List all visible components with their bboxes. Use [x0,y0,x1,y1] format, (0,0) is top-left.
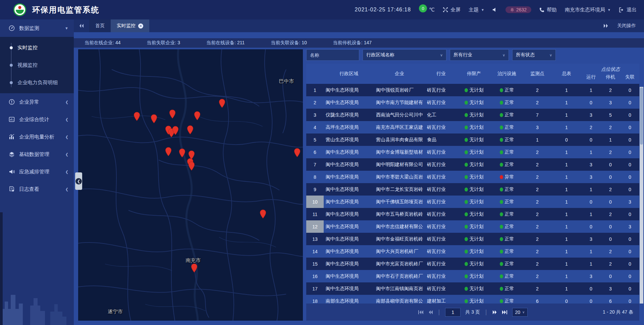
status-select[interactable]: 所有状态∨ [512,49,556,61]
tab-realtime-monitoring[interactable]: 实时监控 ✕ [111,19,149,32]
theme-dropdown[interactable]: 主题▼ [469,7,484,13]
table-row[interactable]: 2阆中生态环境局阆中市南方节能建材有砖瓦行业无计划正常21030 [306,96,639,109]
cell-limit-status: 无计划 [457,211,491,217]
map-marker-pin[interactable] [151,114,157,123]
table-row[interactable]: 12阆中生态环境局阆中市忠信建材有限公砖瓦行业无计划正常21003 [306,220,639,233]
table-row[interactable]: 17阆中生态环境局阆中市江南镇阆南页岩砖瓦行业无计划正常21030 [306,282,639,295]
table-row[interactable]: 5营山生态环境局营山县润丰肉食品有限食品无计划正常10010 [306,133,639,146]
page-size-select[interactable]: 20∨ [512,308,528,317]
table-row[interactable]: 18南部生态环境局南部县砌华页岩有限公建材加工无计划正常60060 [306,295,639,304]
map-collapse-button[interactable]: ❮ [75,172,82,190]
table-row[interactable]: 10阆中生态环境局阆中千佛镇五郎垭页岩砖瓦行业无计划正常21003 [306,196,639,208]
map-marker-pin[interactable] [133,112,140,121]
sidebar-item-enterprise-statistics[interactable]: 企业综合统计 ❮ [0,111,74,128]
cell-facility-status: 正常 [491,100,523,106]
page-number-input[interactable] [445,308,461,317]
cell-index: 13 [306,233,324,245]
cell-industry: 砖瓦行业 [425,249,457,255]
double-chevron-right-icon[interactable] [603,23,608,28]
table-row[interactable]: 14阆中生态环境局阆中大兴页岩机砖厂砖瓦行业无计划正常21120 [306,245,639,258]
gauge-icon [9,25,15,31]
table-row[interactable]: 7阆中生态环境局阆中明阳建材有限公司砖瓦行业无计划正常21300 [306,158,639,171]
cell-index: 14 [306,245,324,258]
map-marker-pin[interactable] [191,263,198,273]
next-page-button[interactable] [492,310,497,315]
table-row[interactable]: 3仪陇生态环境局西南油气田分公司川中化工无计划正常71350 [306,109,639,121]
cell-stop: 3 [601,100,620,105]
map-marker-pin[interactable] [294,148,301,157]
map-marker-pin[interactable] [172,126,179,136]
sidebar-item-data-monitoring[interactable]: 数据监测 ▼ [0,19,74,37]
table-row[interactable]: 13阆中生态环境局阆中市金福旺页岩机砖砖瓦行业无计划正常21300 [306,233,639,245]
cell-points: 6 [523,299,552,304]
cell-industry: 食品 [425,137,457,143]
pagination-bar: | 共 3 页 | 20∨ 1 - 20 共 47 条 [306,304,639,321]
map-marker-pin[interactable] [187,125,194,134]
sidebar-item-realtime-monitoring[interactable]: 实时监控 [0,39,74,56]
org-dropdown[interactable]: 南充市生态环境局▼ [565,7,611,13]
table-row[interactable]: 11阆中生态环境局阆中市五马桥页岩机砖砖瓦行业无计划正常21120 [306,208,639,220]
region-select[interactable]: 行政区域名称∨ [363,49,446,61]
map[interactable]: 巴中市南充市遂宁市 [78,49,303,321]
sidebar-item-video-monitoring[interactable]: 视频监控 [0,56,74,74]
scrollbar-thumb[interactable] [640,88,643,145]
tabs-scroll-left-button[interactable] [74,19,89,32]
map-marker-pin[interactable] [165,147,172,157]
chevron-left-icon: ❮ [65,170,68,174]
cell-meters: 1 [552,236,581,242]
chevron-down-icon: ∨ [549,53,552,57]
table-row[interactable]: 1阆中生态环境局阆中强锐页岩砖厂砖瓦行业无计划正常21120 [306,84,639,96]
stat-offline-enterprises: 当前失联企业:3 [147,40,180,46]
name-search-input[interactable] [306,49,359,61]
table-row[interactable]: 8阆中生态环境局阆中市枣碧大梁山页岩砖瓦行业无计划异常21300 [306,171,639,183]
mute-button[interactable] [492,7,497,12]
map-marker-pin[interactable] [194,111,201,120]
map-marker-pin[interactable] [169,109,176,119]
sidebar-item-power-analysis[interactable]: 企业用电量分析 ❮ [0,128,74,146]
industry-select[interactable]: 所有行业∨ [450,49,509,61]
fullscreen-button[interactable]: 全屏 [443,7,461,13]
cell-points: 2 [523,199,552,205]
cell-points: 2 [523,274,552,279]
chevron-down-icon: ▼ [607,8,611,12]
logout-icon [619,7,624,12]
chevron-left-icon: ❮ [75,178,82,184]
close-operations-button[interactable]: 关闭操作 [617,23,636,29]
sidebar-item-enterprise-abnormal[interactable]: 企业异常 ❮ [0,93,74,111]
cell-points: 2 [523,174,552,180]
cell-facility-status: 正常 [491,149,523,155]
table-scrollbar[interactable] [640,87,643,304]
cell-meters: 0 [552,137,581,143]
sidebar-item-log-view[interactable]: 日志查看 ❮ [0,180,74,198]
sidebar-item-power-load-detail[interactable]: 企业电力负荷明细 [0,74,74,91]
cell-limit-status: 无计划 [457,286,491,292]
bell-icon [510,8,514,12]
cell-district: 阆中生态环境局 [324,261,374,267]
tab-home[interactable]: 首页 [89,19,111,32]
cell-points: 2 [523,100,552,105]
map-marker-pin[interactable] [179,149,185,158]
tab-close-icon[interactable]: ✕ [138,23,143,29]
prev-page-button[interactable] [428,310,433,315]
table-row[interactable]: 4高坪生态环境局南充市高坪区王家店建砖瓦行业无计划正常31220 [306,121,639,133]
table-row[interactable]: 16阆中生态环境局阆中市石子页岩机砖厂砖瓦行业无计划正常21300 [306,270,639,282]
map-marker-pin[interactable] [260,210,266,219]
chevron-left-icon: ❮ [65,152,68,157]
help-button[interactable]: 帮助 [539,7,557,13]
cell-points: 2 [523,150,552,155]
sidebar-item-base-data[interactable]: 基础数据管理 ❮ [0,146,74,163]
cell-stop: 2 [601,125,620,130]
cell-industry: 砖瓦行业 [425,100,457,106]
cell-industry: 砖瓦行业 [425,211,457,217]
first-page-button[interactable] [418,310,424,315]
map-marker-pin[interactable] [188,162,195,171]
map-marker-pin[interactable] [219,99,225,108]
green-dot-icon [465,212,468,216]
last-page-button[interactable] [502,310,507,315]
logout-button[interactable]: 退出 [619,7,637,13]
table-row[interactable]: 9阆中生态环境局阆中市二龙长宝页岩砖砖瓦行业无计划正常21120 [306,183,639,196]
notification-badge[interactable]: 2632 [505,6,531,13]
table-row[interactable]: 15阆中生态环境局阆中市光富页岩机砖厂砖瓦行业无计划正常21120 [306,258,639,270]
table-row[interactable]: 6阆中生态环境局阆中市金博瑞新型墙材砖瓦行业无计划正常21120 [306,146,639,158]
sidebar-item-emergency-reduction[interactable]: 应急减排管理 ❮ [0,163,74,180]
